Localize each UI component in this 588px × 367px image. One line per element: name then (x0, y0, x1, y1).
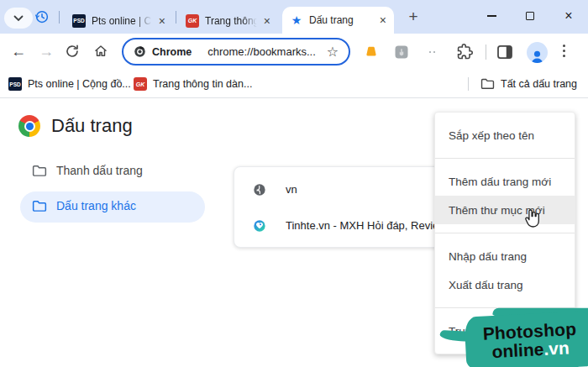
history-clock-icon (34, 9, 50, 24)
extension-image-button[interactable] (394, 45, 409, 63)
menu-item-add-new-bookmark[interactable]: Thêm dấu trang mới (435, 167, 575, 196)
tab-title: Pts online | C (92, 15, 153, 27)
profile-avatar[interactable] (527, 42, 548, 63)
psd-favicon: PSD (8, 77, 22, 91)
bookmarks-bar-divider (468, 77, 469, 91)
bookmark-pts-online[interactable]: PSD Pts online | Cộng đồ... (8, 77, 131, 91)
toolbar: ← → Chrome chrome://bookmarks... ☆ (0, 34, 588, 71)
minimize-icon (487, 15, 496, 16)
tab-close-icon[interactable]: × (159, 15, 165, 27)
tab-strip: PSD Pts online | C × GK Trang thông × ★ … (0, 0, 588, 34)
watermark-vn: .vn (543, 338, 570, 359)
menu-divider (435, 158, 575, 159)
tab-title: Trang thông (205, 15, 258, 27)
maximize-button[interactable] (511, 0, 549, 32)
menu-item-add-new-folder[interactable]: Thêm thư mục mới (435, 196, 575, 224)
psd-favicon: PSD (72, 14, 86, 28)
orange-extension-icon (364, 45, 379, 60)
folder-icon (480, 77, 495, 90)
forward-button[interactable]: → (39, 41, 54, 61)
sidebar-item-label: Dấu trang khác (56, 199, 136, 212)
chevron-down-icon (13, 15, 24, 22)
gk-favicon: GK (186, 14, 199, 28)
chrome-favicon-icon (134, 45, 146, 58)
all-bookmarks-button[interactable]: Tất cả dấu trang (480, 77, 577, 90)
all-bookmarks-label: Tất cả dấu trang (501, 78, 577, 90)
dot (563, 55, 565, 57)
menu-item-import-bookmarks[interactable]: Nhập dấu trang (435, 242, 575, 270)
home-icon (93, 44, 108, 59)
bookmark-label: Trang thông tin dàn... (153, 78, 252, 90)
bookmark-page-star-icon[interactable]: ☆ (327, 44, 339, 60)
omnibox-site-chip: Chrome (152, 46, 192, 58)
tab-pts-online[interactable]: PSD Pts online | C × (65, 8, 173, 34)
gk-favicon: GK (134, 77, 147, 91)
watermark-online: online (491, 339, 544, 361)
bookmark-label: Pts online | Cộng đồ... (28, 78, 131, 90)
globe-icon (253, 183, 266, 197)
page-title: Dấu trang (51, 115, 133, 137)
omnibox[interactable]: Chrome chrome://bookmarks... ☆ (122, 38, 350, 66)
reload-icon (65, 44, 80, 59)
dot (433, 51, 435, 53)
close-button[interactable]: × (549, 0, 588, 32)
bookmarks-page: Dấu trang Thanh dấu trang Dấu trang khác… (0, 98, 588, 366)
bookmark-row-label: vn (286, 183, 297, 196)
bookmark-trang-thong-tin[interactable]: GK Trang thông tin dàn... (134, 77, 252, 91)
tinhte-favicon (253, 219, 266, 233)
new-tab-button[interactable]: + (403, 7, 423, 27)
person-icon (529, 49, 545, 63)
watermark-text: Photoshop online.vn (452, 306, 588, 367)
back-button[interactable]: ← (11, 41, 26, 61)
image-extension-icon (394, 45, 409, 60)
tab-close-icon[interactable]: × (380, 14, 386, 26)
menu-item-export-bookmarks[interactable]: Xuất dấu trang (435, 270, 575, 299)
tab-search-button[interactable] (4, 8, 33, 29)
folder-icon (32, 164, 47, 177)
dot (429, 51, 431, 53)
dot (563, 45, 565, 47)
bookmark-row-label: Tinhte.vn - MXH Hỏi đáp, Revie (286, 219, 438, 232)
minimize-button[interactable] (472, 0, 511, 32)
tab-title: Dấu trang (309, 14, 374, 26)
home-button[interactable] (93, 44, 108, 62)
bookmark-star-favicon: ★ (290, 14, 303, 26)
tab-trang-thong[interactable]: GK Trang thông × (178, 8, 278, 34)
sidebar-item-label: Thanh dấu trang (56, 164, 143, 177)
reload-button[interactable] (65, 44, 80, 62)
sidebar-item-other-bookmarks-folder[interactable]: Dấu trang khác (32, 199, 136, 212)
menu-divider (435, 233, 575, 233)
menu-item-sort-by-name[interactable]: Sắp xếp theo tên (435, 121, 575, 149)
tab-divider (59, 11, 60, 24)
omnibox-url[interactable]: chrome://bookmarks... (197, 45, 320, 58)
browser-menu-button[interactable] (563, 45, 565, 57)
extensions-button[interactable] (457, 44, 473, 63)
maximize-icon (526, 12, 534, 20)
page-header: Dấu trang (18, 115, 133, 137)
bookmarks-bar: PSD Pts online | Cộng đồ... GK Trang thô… (0, 71, 588, 98)
extension-orange-button[interactable] (364, 45, 379, 63)
dot (563, 50, 565, 52)
history-tab-button[interactable] (34, 9, 50, 24)
watermark-line2: online.vn (491, 338, 570, 361)
watermark: Photoshop online.vn (452, 306, 588, 367)
side-panel-icon (497, 45, 512, 59)
mouse-cursor-icon (522, 208, 543, 230)
toolbar-divider (486, 45, 486, 60)
tab-close-icon[interactable]: × (264, 15, 270, 27)
side-panel-button[interactable] (497, 45, 512, 62)
close-icon: × (564, 9, 572, 23)
tab-dau-trang-active[interactable]: ★ Dấu trang × (282, 7, 394, 34)
chrome-logo-icon (18, 115, 40, 137)
tab-divider (176, 11, 176, 24)
window-controls: × (472, 0, 588, 32)
browser-window: PSD Pts online | C × GK Trang thông × ★ … (0, 0, 588, 367)
sidebar-item-bookmarks-bar-folder[interactable]: Thanh dấu trang (32, 164, 143, 177)
puzzle-icon (457, 44, 473, 60)
folder-icon (32, 199, 47, 212)
